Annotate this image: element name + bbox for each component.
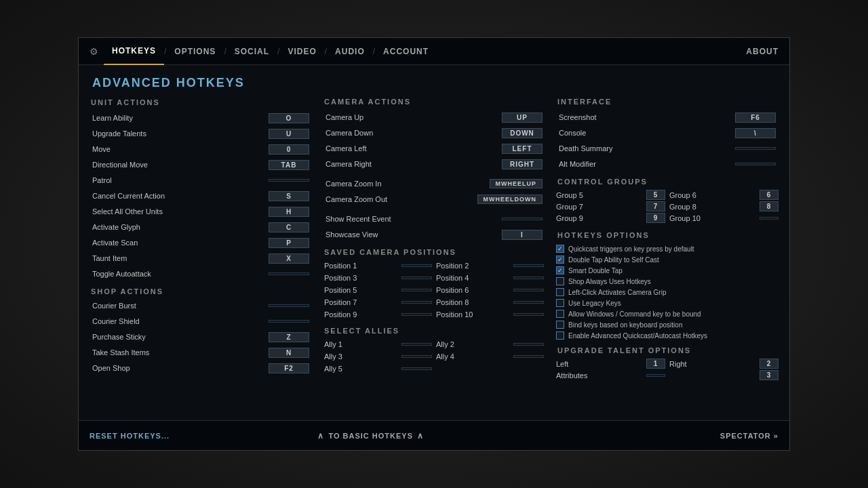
reset-hotkeys-button[interactable]: RESET HOTKEYS...	[90, 432, 170, 440]
hotkey-upgrade-talents[interactable]: Upgrade Talents U	[90, 126, 312, 141]
spectator-button[interactable]: SPECTATOR »	[720, 432, 778, 440]
option-advanced-quickcast[interactable]: Enable Advanced Quickcast/Autocast Hotke…	[556, 330, 778, 341]
hotkey-activate-glyph[interactable]: Activate Glyph C	[90, 220, 312, 235]
hotkey-purchase-sticky[interactable]: Purchase Sticky Z	[90, 329, 312, 344]
checkbox-shop-hotkeys[interactable]	[556, 277, 564, 285]
hotkey-camera-zoom-in[interactable]: Camera Zoom In MWHEELUP	[323, 176, 545, 191]
hotkey-camera-left[interactable]: Camera Left LEFT	[323, 141, 545, 156]
option-shop-hotkeys[interactable]: Shop Always Uses Hotkeys	[556, 276, 778, 287]
position-8[interactable]: Position 8	[435, 297, 545, 308]
checkbox-camera-grip[interactable]	[556, 288, 564, 296]
nav-audio[interactable]: AUDIO	[327, 38, 373, 65]
option-keyboard-position[interactable]: Bind keys based on keyboard position	[556, 319, 778, 330]
checkbox-windows-key[interactable]	[556, 310, 564, 318]
page-title: ADVANCED HOTKEYS	[90, 76, 312, 90]
camera-actions-title: CAMERA ACTIONS	[323, 98, 545, 106]
gear-icon: ⚙	[90, 46, 98, 57]
hotkey-camera-up[interactable]: Camera Up UP	[323, 110, 545, 125]
nav-social[interactable]: SOCIAL	[226, 38, 277, 65]
hotkey-activate-scan[interactable]: Activate Scan P	[90, 235, 312, 250]
position-7[interactable]: Position 7	[323, 297, 433, 308]
content-area: ADVANCED HOTKEYS UNIT ACTIONS Learn Abil…	[79, 65, 789, 420]
option-camera-grip[interactable]: Left-Click Activates Camera Grip	[556, 287, 778, 298]
nav-bar: ⚙ HOTKEYS / OPTIONS / SOCIAL / VIDEO / A…	[79, 38, 789, 65]
ally-1[interactable]: Ally 1	[323, 339, 433, 350]
checkbox-double-tap[interactable]	[556, 256, 564, 264]
bottom-bar: RESET HOTKEYS... ∧ TO BASIC HOTKEYS ∧ SP…	[79, 420, 789, 450]
positions-grid: Position 1 Position 2 Position 3 Positio…	[323, 260, 545, 320]
ally-5[interactable]: Ally 5	[323, 363, 433, 374]
hotkey-camera-zoom-out[interactable]: Camera Zoom Out MWHEELDOWN	[323, 192, 545, 207]
ally-3[interactable]: Ally 3	[323, 351, 433, 362]
hotkeys-options-list: Quickcast triggers on key press by defau…	[556, 243, 778, 341]
basic-hotkeys-button[interactable]: ∧ TO BASIC HOTKEYS ∧	[317, 431, 424, 441]
hotkey-select-other[interactable]: Select All Other Units H	[90, 204, 312, 219]
option-double-tap[interactable]: Double Tap Ability to Self Cast	[556, 254, 778, 265]
chevron-up-icon-right: ∧	[417, 431, 424, 441]
position-9[interactable]: Position 9	[323, 309, 433, 320]
allies-grid: Ally 1 Ally 2 Ally 3 Ally 4 Ally 5	[323, 339, 545, 374]
hotkey-courier-shield[interactable]: Courier Shield	[90, 314, 312, 329]
option-smart-double-tap[interactable]: Smart Double Tap	[556, 265, 778, 276]
hotkey-take-stash[interactable]: Take Stash Items N	[90, 345, 312, 360]
hotkey-showcase-view[interactable]: Showcase View I	[323, 227, 545, 242]
col-camera: CAMERA ACTIONS Camera Up UP Camera Down …	[323, 76, 545, 409]
nav-options[interactable]: OPTIONS	[166, 38, 224, 65]
interface-title: INTERFACE	[556, 98, 778, 106]
upgrade-talent-grid: Left 1 Right 2 Attributes 3	[556, 359, 778, 380]
checkbox-legacy-keys[interactable]	[556, 299, 564, 307]
hotkey-open-shop[interactable]: Open Shop F2	[90, 361, 312, 375]
hotkey-console[interactable]: Console \	[556, 125, 778, 140]
hotkey-learn-ability[interactable]: Learn Ability O	[90, 110, 312, 125]
checkbox-quickcast[interactable]	[556, 245, 564, 253]
option-quickcast[interactable]: Quickcast triggers on key press by defau…	[556, 243, 778, 254]
nav-about[interactable]: ABOUT	[746, 47, 778, 56]
control-groups-title: CONTROL GROUPS	[556, 178, 778, 186]
checkbox-smart-double-tap[interactable]	[556, 266, 564, 274]
upgrade-talent-title: UPGRADE TALENT OPTIONS	[556, 346, 778, 354]
hotkeys-options-title: HOTKEYS OPTIONS	[556, 231, 778, 239]
chevron-up-icon: ∧	[317, 431, 324, 441]
position-5[interactable]: Position 5	[323, 285, 433, 296]
hotkey-patrol[interactable]: Patrol	[90, 173, 312, 188]
control-groups-grid: Group 5 5 Group 6 6 Group 7 7 Group 8 8 …	[556, 190, 778, 223]
hotkey-courier-burst[interactable]: Courier Burst	[90, 298, 312, 313]
shop-actions-title: SHOP ACTIONS	[91, 287, 312, 296]
position-6[interactable]: Position 6	[435, 285, 545, 296]
nav-hotkeys[interactable]: HOTKEYS	[104, 38, 164, 65]
hotkey-camera-down[interactable]: Camera Down DOWN	[323, 125, 545, 140]
select-allies-title: SELECT ALLIES	[323, 327, 545, 335]
nav-video[interactable]: VIDEO	[279, 38, 324, 65]
nav-account[interactable]: ACCOUNT	[375, 38, 437, 65]
hotkey-alt-modifier[interactable]: Alt Modifier	[556, 157, 778, 171]
hotkey-directional-move[interactable]: Directional Move TAB	[90, 157, 312, 172]
position-4[interactable]: Position 4	[435, 272, 545, 283]
col-unit-actions: ADVANCED HOTKEYS UNIT ACTIONS Learn Abil…	[90, 76, 312, 409]
position-3[interactable]: Position 3	[323, 272, 433, 283]
hotkey-death-summary[interactable]: Death Summary	[556, 141, 778, 156]
nav-items: HOTKEYS / OPTIONS / SOCIAL / VIDEO / AUD…	[104, 38, 746, 65]
position-2[interactable]: Position 2	[435, 260, 545, 271]
ally-4[interactable]: Ally 4	[435, 351, 545, 362]
option-legacy-keys[interactable]: Use Legacy Keys	[556, 298, 778, 308]
position-1[interactable]: Position 1	[323, 260, 433, 271]
col-interface: INTERFACE Screenshot F6 Console \ Death …	[556, 76, 778, 409]
hotkey-toggle-autoattack[interactable]: Toggle Autoattack	[90, 266, 312, 281]
hotkey-screenshot[interactable]: Screenshot F6	[556, 110, 778, 125]
position-10[interactable]: Position 10	[435, 309, 545, 320]
hotkey-move[interactable]: Move 0	[90, 142, 312, 157]
ally-2[interactable]: Ally 2	[435, 339, 545, 350]
hotkey-camera-right[interactable]: Camera Right RIGHT	[323, 157, 545, 171]
hotkey-cancel[interactable]: Cancel Current Action S	[90, 188, 312, 203]
checkbox-advanced-quickcast[interactable]	[556, 331, 564, 340]
option-windows-key[interactable]: Allow Windows / Command key to be bound	[556, 308, 778, 319]
hotkey-taunt-item[interactable]: Taunt Item X	[90, 251, 312, 266]
unit-actions-title: UNIT ACTIONS	[90, 98, 312, 106]
hotkey-show-recent-event[interactable]: Show Recent Event	[323, 211, 545, 226]
saved-camera-title: SAVED CAMERA POSITIONS	[323, 248, 545, 256]
checkbox-keyboard-position[interactable]	[556, 321, 564, 329]
